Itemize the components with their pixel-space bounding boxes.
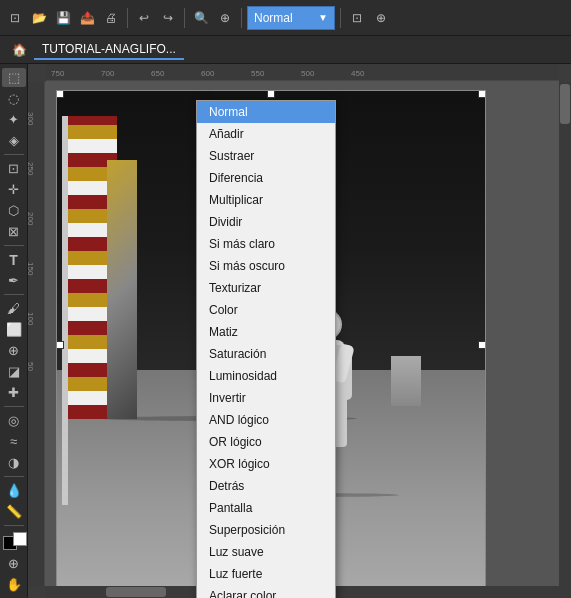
tab-bar: 🏠 TUTORIAL-ANAGLIFO... xyxy=(0,36,571,64)
tool-separator4 xyxy=(4,406,24,407)
tool-flip[interactable]: ⊠ xyxy=(2,222,26,241)
blend-mode-item-matiz[interactable]: Matiz xyxy=(197,321,335,343)
export-icon[interactable]: 📤 xyxy=(76,7,98,29)
canvas-wrapper: 750 700 650 600 550 500 450 300 250 200 … xyxy=(28,64,571,598)
tool-zoom[interactable]: ⊕ xyxy=(2,554,26,573)
tool-perspective[interactable]: ⬡ xyxy=(2,201,26,220)
tool-color-select[interactable]: ◈ xyxy=(2,131,26,150)
home-tab-icon[interactable]: 🏠 xyxy=(8,39,30,61)
blend-mode-item-texturizar[interactable]: Texturizar xyxy=(197,277,335,299)
blend-mode-item-and-lógico[interactable]: AND lógico xyxy=(197,409,335,431)
blend-mode-dropdown-menu: NormalAñadirSustraerDiferenciaMultiplica… xyxy=(196,100,336,598)
save-icon[interactable]: 💾 xyxy=(52,7,74,29)
blend-mode-item-diferencia[interactable]: Diferencia xyxy=(197,167,335,189)
blend-mode-item-multiplicar[interactable]: Multiplicar xyxy=(197,189,335,211)
blend-mode-item-pantalla[interactable]: Pantalla xyxy=(197,497,335,519)
tool-separator3 xyxy=(4,294,24,295)
color-swatches xyxy=(0,530,31,548)
svg-text:650: 650 xyxy=(151,69,165,78)
tool-eyedropper[interactable]: 💧 xyxy=(2,481,26,500)
svg-text:50: 50 xyxy=(28,362,35,371)
selection-mr xyxy=(478,341,486,349)
blend-mode-item-detrás[interactable]: Detrás xyxy=(197,475,335,497)
tool-measure[interactable]: 📏 xyxy=(2,502,26,521)
pole xyxy=(62,116,68,505)
blend-mode-item-superposición[interactable]: Superposición xyxy=(197,519,335,541)
separator2 xyxy=(184,8,185,28)
equipment-left xyxy=(57,116,147,548)
blend-mode-dropdown[interactable]: Normal ▼ xyxy=(247,6,335,30)
tool-separator1 xyxy=(4,154,24,155)
svg-text:300: 300 xyxy=(28,112,35,126)
separator3 xyxy=(241,8,242,28)
open-icon[interactable]: 📂 xyxy=(28,7,50,29)
tool-crop[interactable]: ⊡ xyxy=(2,159,26,178)
tool-smudge[interactable]: ≈ xyxy=(2,432,26,451)
blend-mode-item-sustraer[interactable]: Sustraer xyxy=(197,145,335,167)
tool-rotate[interactable]: ✛ xyxy=(2,180,26,199)
main-layout: ⬚ ◌ ✦ ◈ ⊡ ✛ ⬡ ⊠ T ✒ 🖌 ⬜ ⊕ ◪ ✚ ◎ ≈ ◑ 💧 📏 … xyxy=(0,64,571,598)
left-sidebar: ⬚ ◌ ✦ ◈ ⊡ ✛ ⬡ ⊠ T ✒ 🖌 ⬜ ⊕ ◪ ✚ ◎ ≈ ◑ 💧 📏 … xyxy=(0,64,28,598)
blend-mode-item-si-más-claro[interactable]: Si más claro xyxy=(197,233,335,255)
dropdown-arrow-icon: ▼ xyxy=(318,12,328,23)
canvas-tab[interactable]: TUTORIAL-ANAGLIFO... xyxy=(34,40,184,60)
svg-text:750: 750 xyxy=(51,69,65,78)
vertical-scrollbar[interactable] xyxy=(559,82,571,586)
blend-mode-item-dividir[interactable]: Dividir xyxy=(197,211,335,233)
blend-mode-item-añadir[interactable]: Añadir xyxy=(197,123,335,145)
zoom-icon[interactable]: ⊕ xyxy=(214,7,236,29)
blend-mode-item-saturación[interactable]: Saturación xyxy=(197,343,335,365)
blend-mode-item-invertir[interactable]: Invertir xyxy=(197,387,335,409)
tool-airbrush[interactable]: ⊕ xyxy=(2,341,26,360)
blend-mode-item-aclarar-color[interactable]: Aclarar color xyxy=(197,585,335,598)
tool-heal[interactable]: ✚ xyxy=(2,383,26,402)
new-icon[interactable]: ⊡ xyxy=(4,7,26,29)
fullscreen-icon[interactable]: ⊡ xyxy=(346,7,368,29)
tool-text[interactable]: T xyxy=(2,250,26,269)
svg-text:550: 550 xyxy=(251,69,265,78)
separator4 xyxy=(340,8,341,28)
equipment-box xyxy=(107,160,137,419)
tool-path[interactable]: ✒ xyxy=(2,271,26,290)
hscroll-thumb[interactable] xyxy=(106,587,166,597)
blend-mode-item-or-lógico[interactable]: OR lógico xyxy=(197,431,335,453)
blend-mode-item-color[interactable]: Color xyxy=(197,299,335,321)
background-color[interactable] xyxy=(13,532,27,546)
blend-mode-item-normal[interactable]: Normal xyxy=(197,101,335,123)
svg-text:100: 100 xyxy=(28,312,35,326)
tool-separator6 xyxy=(4,525,24,526)
selection-tr xyxy=(478,90,486,98)
tool-rect-select[interactable]: ⬚ xyxy=(2,68,26,87)
tool-clone[interactable]: ◪ xyxy=(2,362,26,381)
svg-text:600: 600 xyxy=(201,69,215,78)
blend-mode-item-si-más-oscuro[interactable]: Si más oscuro xyxy=(197,255,335,277)
undo-icon[interactable]: ↩ xyxy=(133,7,155,29)
tool-hand[interactable]: ✋ xyxy=(2,575,26,594)
selection-ml xyxy=(56,341,64,349)
vscroll-thumb[interactable] xyxy=(560,84,570,124)
blend-mode-item-luz-suave[interactable]: Luz suave xyxy=(197,541,335,563)
print-icon[interactable]: 🖨 xyxy=(100,7,122,29)
tool-separator2 xyxy=(4,245,24,246)
separator1 xyxy=(127,8,128,28)
svg-text:200: 200 xyxy=(28,212,35,226)
ruler-vertical: 300 250 200 150 100 50 xyxy=(28,82,46,586)
selection-tl xyxy=(56,90,64,98)
svg-text:500: 500 xyxy=(301,69,315,78)
tool-dodge[interactable]: ◑ xyxy=(2,453,26,472)
scroll-corner xyxy=(559,586,571,598)
tool-blur[interactable]: ◎ xyxy=(2,411,26,430)
tool-eraser[interactable]: ⬜ xyxy=(2,320,26,339)
add-canvas-icon[interactable]: ⊕ xyxy=(370,7,392,29)
equipment-bg xyxy=(391,356,421,406)
redo-icon[interactable]: ↪ xyxy=(157,7,179,29)
zoom-out-icon[interactable]: 🔍 xyxy=(190,7,212,29)
tool-free-select[interactable]: ◌ xyxy=(2,89,26,108)
blend-mode-item-luz-fuerte[interactable]: Luz fuerte xyxy=(197,563,335,585)
selection-tm xyxy=(267,90,275,98)
tool-fuzzy-select[interactable]: ✦ xyxy=(2,110,26,129)
blend-mode-item-xor-lógico[interactable]: XOR lógico xyxy=(197,453,335,475)
top-toolbar: ⊡ 📂 💾 📤 🖨 ↩ ↪ 🔍 ⊕ Normal ▼ ⊡ ⊕ xyxy=(0,0,571,36)
blend-mode-item-luminosidad[interactable]: Luminosidad xyxy=(197,365,335,387)
tool-paintbrush[interactable]: 🖌 xyxy=(2,299,26,318)
